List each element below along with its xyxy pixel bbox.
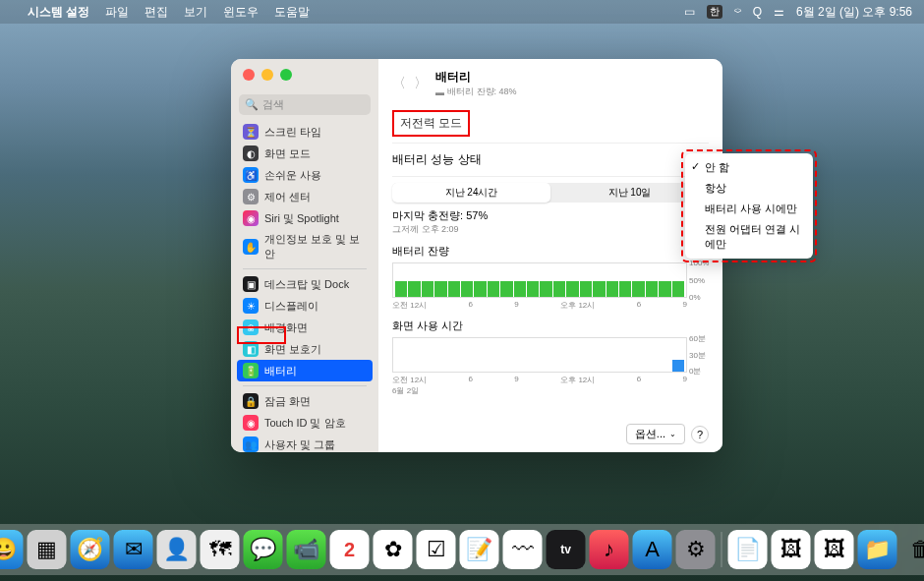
dock-preview2-icon[interactable]: 🖼 bbox=[815, 530, 854, 569]
chart-bar bbox=[500, 281, 512, 297]
chart-bar bbox=[580, 281, 592, 297]
dock-messages-icon[interactable]: 💬 bbox=[244, 530, 283, 569]
chart-bar bbox=[632, 281, 644, 297]
sidebar-item-15[interactable]: 👥사용자 및 그룹 bbox=[237, 434, 373, 452]
chart-bar bbox=[672, 281, 684, 297]
dropdown-item-0[interactable]: 안 함 bbox=[685, 157, 813, 178]
sidebar-item-4[interactable]: ◉Siri 및 Spotlight bbox=[237, 207, 373, 229]
chart-bar bbox=[593, 281, 605, 297]
dock-notes-icon[interactable]: 📝 bbox=[460, 530, 499, 569]
sidebar-item-label: 사용자 및 그룹 bbox=[264, 437, 335, 452]
chart-bar bbox=[514, 281, 526, 297]
battery-status-label: 배터리 성능 상태 bbox=[392, 151, 482, 168]
dock-music-icon[interactable]: ♪ bbox=[590, 530, 629, 569]
segment-24h[interactable]: 지난 24시간 bbox=[392, 183, 550, 203]
sidebar-item-label: 데스크탑 및 Dock bbox=[264, 277, 349, 292]
dropdown-item-2[interactable]: 배터리 사용 시에만 bbox=[685, 199, 813, 219]
chevron-down-icon: ⌄ bbox=[669, 430, 676, 438]
page-subtitle: ▬배터리 잔량: 48% bbox=[435, 86, 517, 98]
menu-help[interactable]: 도움말 bbox=[274, 4, 310, 21]
time-range-segment[interactable]: 지난 24시간 지난 10일 bbox=[392, 183, 709, 203]
wifi-icon[interactable]: ⌔ bbox=[734, 5, 741, 19]
app-menu[interactable]: 시스템 설정 bbox=[28, 4, 89, 21]
sidebar-item-13[interactable]: 🔒잠금 화면 bbox=[237, 390, 373, 412]
help-button[interactable]: ? bbox=[691, 426, 709, 443]
chart-bar bbox=[672, 360, 684, 372]
dock-maps-icon[interactable]: 🗺 bbox=[201, 530, 240, 569]
dock-settings-icon[interactable]: ⚙ bbox=[676, 530, 716, 569]
sidebar-icon: ◉ bbox=[243, 210, 259, 226]
sidebar-icon: 🔋 bbox=[243, 363, 259, 378]
sidebar: 🔍 검색 ⏳스크린 타임◐화면 모드♿손쉬운 사용⚙제어 센터◉Siri 및 S… bbox=[231, 59, 378, 452]
dock-freeform-icon[interactable]: 〰 bbox=[503, 530, 543, 569]
chart-bar bbox=[540, 281, 551, 297]
chart-bar bbox=[606, 281, 618, 297]
sidebar-item-11[interactable]: 🔋배터리 bbox=[237, 360, 373, 381]
low-power-mode-label: 저전력 모드 bbox=[392, 110, 470, 137]
sidebar-item-label: 손쉬운 사용 bbox=[264, 168, 321, 183]
menu-edit[interactable]: 편집 bbox=[144, 4, 168, 21]
battery-status-icon[interactable]: ▭ bbox=[684, 5, 695, 19]
control-center-icon[interactable]: ⚌ bbox=[774, 5, 784, 19]
dock-tv-icon[interactable]: tv bbox=[547, 530, 586, 569]
sidebar-item-label: 제어 센터 bbox=[264, 190, 311, 204]
sidebar-item-label: 화면 보호기 bbox=[264, 342, 321, 357]
dock-preview-icon[interactable]: 🖼 bbox=[772, 530, 811, 569]
dock-safari-icon[interactable]: 🧭 bbox=[71, 530, 110, 569]
input-source-icon[interactable]: 한 bbox=[707, 5, 722, 19]
menu-window[interactable]: 윈도우 bbox=[223, 4, 259, 21]
sidebar-item-9[interactable]: ❀배경화면 bbox=[237, 317, 373, 338]
sidebar-item-5[interactable]: ✋개인정보 보호 및 보안 bbox=[237, 229, 373, 264]
sidebar-item-7[interactable]: ▣데스크탑 및 Dock bbox=[237, 273, 373, 295]
forward-button[interactable]: 〉 bbox=[414, 75, 428, 92]
search-icon: 🔍 bbox=[245, 98, 259, 111]
search-placeholder: 검색 bbox=[262, 97, 284, 112]
dropdown-item-3[interactable]: 전원 어댑터 연결 시에만 bbox=[685, 219, 813, 255]
zoom-button[interactable] bbox=[280, 69, 292, 81]
back-button[interactable]: 〈 bbox=[392, 75, 406, 92]
close-button[interactable] bbox=[243, 69, 255, 81]
dock-photos-icon[interactable]: ✿ bbox=[374, 530, 413, 569]
search-input[interactable]: 🔍 검색 bbox=[239, 94, 371, 115]
dock-reminders-icon[interactable]: ☑ bbox=[417, 530, 456, 569]
sidebar-item-2[interactable]: ♿손쉬운 사용 bbox=[237, 164, 373, 186]
sidebar-item-label: 배터리 bbox=[264, 364, 297, 378]
spotlight-icon[interactable]: Q bbox=[753, 5, 762, 19]
dock-mail-icon[interactable]: ✉ bbox=[114, 530, 153, 569]
dock-finder-icon[interactable]: 😀 bbox=[0, 530, 24, 569]
sidebar-item-14[interactable]: ◉Touch ID 및 암호 bbox=[237, 412, 373, 434]
sidebar-item-label: Siri 및 Spotlight bbox=[264, 211, 339, 226]
last-charge-label: 마지막 충전량: 57% bbox=[392, 208, 709, 223]
sidebar-icon: 🔒 bbox=[243, 393, 259, 409]
last-charge-time: 그저께 오후 2:09 bbox=[392, 223, 709, 236]
menubar: 시스템 설정 파일 편집 보기 윈도우 도움말 ▭ 한 ⌔ Q ⚌ 6월 2일 … bbox=[0, 0, 924, 24]
page-title: 배터리 bbox=[435, 69, 517, 86]
dock-facetime-icon[interactable]: 📹 bbox=[287, 530, 326, 569]
sidebar-item-8[interactable]: ☀디스플레이 bbox=[237, 295, 373, 317]
chart-bar bbox=[527, 281, 539, 297]
sidebar-item-3[interactable]: ⚙제어 센터 bbox=[237, 186, 373, 207]
dock-textedit-icon[interactable]: 📄 bbox=[728, 530, 768, 569]
dock-launchpad-icon[interactable]: ▦ bbox=[28, 530, 67, 569]
sidebar-item-1[interactable]: ◐화면 모드 bbox=[237, 143, 373, 164]
sidebar-item-0[interactable]: ⏳스크린 타임 bbox=[237, 121, 373, 143]
sidebar-item-label: 스크린 타임 bbox=[264, 125, 321, 140]
system-settings-window: 🔍 검색 ⏳스크린 타임◐화면 모드♿손쉬운 사용⚙제어 센터◉Siri 및 S… bbox=[231, 59, 722, 452]
menu-file[interactable]: 파일 bbox=[105, 4, 129, 21]
dock-trash-icon[interactable]: 🗑 bbox=[901, 530, 925, 569]
dock-appstore-icon[interactable]: A bbox=[633, 530, 672, 569]
minimize-button[interactable] bbox=[261, 69, 273, 81]
sidebar-item-10[interactable]: ◧화면 보호기 bbox=[237, 338, 373, 360]
dock-calendar-icon[interactable]: 2 bbox=[330, 530, 370, 569]
options-button[interactable]: 옵션...⌄ bbox=[626, 424, 685, 444]
dock-contacts-icon[interactable]: 👤 bbox=[157, 530, 197, 569]
menu-view[interactable]: 보기 bbox=[184, 4, 207, 21]
sidebar-icon: ◉ bbox=[243, 415, 259, 431]
dropdown-item-1[interactable]: 항상 bbox=[685, 178, 813, 199]
clock[interactable]: 6월 2일 (일) 오후 9:56 bbox=[796, 4, 912, 21]
dock-folder-icon[interactable]: 📁 bbox=[858, 530, 897, 569]
chart-bar bbox=[566, 281, 578, 297]
low-power-dropdown: 안 함항상배터리 사용 시에만전원 어댑터 연결 시에만 bbox=[685, 153, 813, 259]
dock: 😀▦🧭✉👤🗺💬📹2✿☑📝〰tv♪A⚙📄🖼🖼📁🗑 bbox=[0, 524, 924, 575]
window-controls bbox=[243, 69, 292, 81]
